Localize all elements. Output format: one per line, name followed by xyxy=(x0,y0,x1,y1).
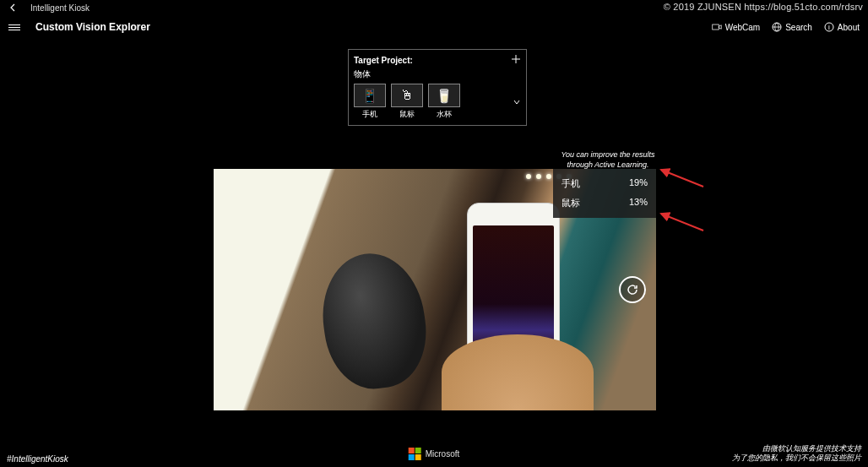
detected-mouse-object xyxy=(314,247,433,394)
svg-rect-0 xyxy=(712,24,719,30)
footer-line1: 由微软认知服务提供技术支持 xyxy=(732,444,861,454)
svg-text:i: i xyxy=(828,24,830,31)
cup-thumb-label: 水杯 xyxy=(437,109,452,120)
result-value: 13% xyxy=(629,197,648,209)
result-value: 19% xyxy=(629,177,648,190)
svg-line-4 xyxy=(661,170,703,187)
target-project-label: Target Project: xyxy=(354,56,413,65)
hamburger-menu-icon[interactable] xyxy=(8,24,20,30)
about-label: About xyxy=(838,23,860,32)
camera-icon xyxy=(712,22,722,32)
refresh-button[interactable] xyxy=(619,276,646,303)
hand-decor xyxy=(442,334,594,410)
hashtag-label: #IntelligentKiosk xyxy=(7,454,68,464)
annotation-arrow-1 xyxy=(657,166,708,191)
result-label: 手机 xyxy=(561,177,580,190)
microsoft-logo: Microsoft xyxy=(409,448,460,460)
project-name: 物体 xyxy=(354,68,521,80)
phone-thumb-icon: 📱 xyxy=(354,84,386,107)
class-thumb-phone[interactable]: 📱 手机 xyxy=(354,84,386,120)
search-button[interactable]: Search xyxy=(772,22,812,32)
webcam-label: WebCam xyxy=(725,23,761,32)
about-button[interactable]: i About xyxy=(824,22,860,32)
result-label: 鼠标 xyxy=(561,197,580,209)
mouse-thumb-icon: 🖱 xyxy=(391,84,423,107)
class-thumb-mouse[interactable]: 🖱 鼠标 xyxy=(391,84,423,120)
app-title: Intelligent Kiosk xyxy=(30,3,90,13)
copyright-watermark: © 2019 ZJUNSEN https://blog.51cto.com/rd… xyxy=(664,2,863,12)
annotation-arrow-2 xyxy=(657,209,708,235)
target-project-panel: Target Project: 物体 📱 手机 🖱 鼠标 🥛 水杯 xyxy=(348,49,527,126)
svg-line-5 xyxy=(661,214,703,231)
class-thumb-cup[interactable]: 🥛 水杯 xyxy=(428,84,460,120)
globe-icon xyxy=(772,22,782,32)
mouse-thumb-label: 鼠标 xyxy=(399,109,415,120)
footer-line2: 为了您的隐私，我们不会保留这些照片 xyxy=(732,453,861,464)
active-learning-line1: You can improve the results through Acti… xyxy=(561,150,654,169)
microsoft-logo-icon xyxy=(409,448,421,460)
search-label: Search xyxy=(785,23,812,32)
footer-disclaimer: 由微软认知服务提供技术支持 为了您的隐私，我们不会保留这些照片 xyxy=(732,444,861,464)
add-project-button[interactable] xyxy=(511,53,521,67)
cup-thumb-icon: 🥛 xyxy=(428,84,460,107)
microsoft-logo-text: Microsoft xyxy=(426,449,460,459)
camera-preview: 手机 19% 鼠标 13% xyxy=(214,169,656,410)
expand-classes-button[interactable] xyxy=(513,95,521,110)
result-row-mouse: 鼠标 13% xyxy=(561,193,648,213)
prediction-results-panel: 手机 19% 鼠标 13% xyxy=(553,169,656,218)
result-row-phone: 手机 19% xyxy=(561,174,648,193)
back-button[interactable] xyxy=(7,3,20,13)
page-title: Custom Vision Explorer xyxy=(35,21,150,33)
refresh-icon xyxy=(626,283,639,296)
webcam-button[interactable]: WebCam xyxy=(712,22,761,32)
phone-thumb-label: 手机 xyxy=(362,109,377,120)
info-icon: i xyxy=(824,22,834,32)
